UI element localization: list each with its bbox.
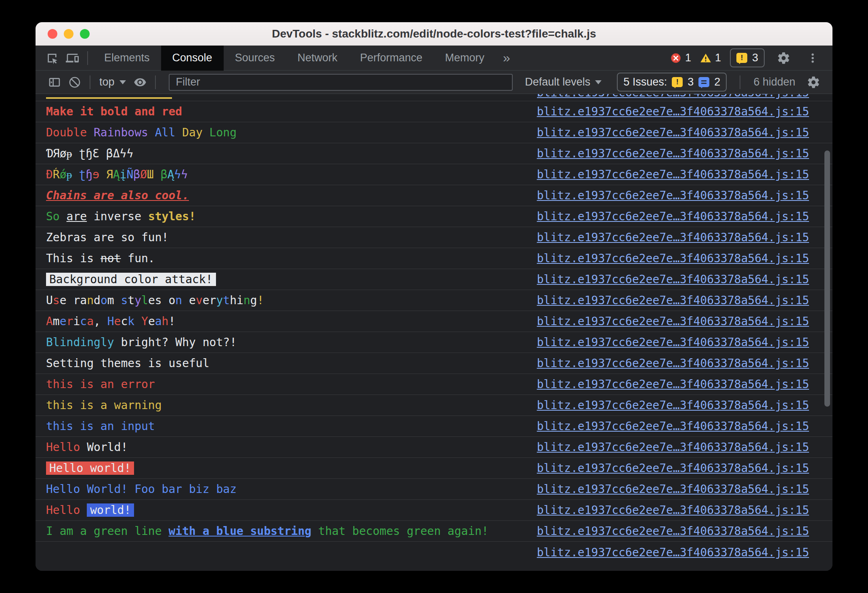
console-row: Chains are also cool.blitz.e1937cc6e2ee7… — [36, 185, 832, 206]
zoom-button[interactable] — [80, 29, 90, 39]
more-options-button[interactable] — [803, 48, 823, 68]
clipped-console-row: blitz.e1937cc6e2ee7e…3f4063378a564.js:15 — [36, 94, 832, 101]
toolbar-divider — [87, 51, 88, 65]
console-row: this is a warningblitz.e1937cc6e2ee7e…3f… — [36, 395, 832, 416]
console-message: Setting themes is useful — [46, 357, 537, 370]
console-settings-button[interactable] — [803, 72, 824, 92]
source-link[interactable]: blitz.e1937cc6e2ee7e…3f4063378a564.js:15 — [537, 378, 832, 391]
window-titlebar: DevTools - stackblitz.com/edit/node-colo… — [36, 22, 832, 46]
issues-summary[interactable]: 5 Issues: 3 2 — [617, 73, 727, 92]
console-row: I am a green line with a blue substring … — [36, 521, 832, 542]
source-link[interactable]: blitz.e1937cc6e2ee7e…3f4063378a564.js:15 — [537, 168, 832, 181]
device-toolbar-button[interactable] — [62, 48, 82, 68]
source-link[interactable]: blitz.e1937cc6e2ee7e…3f4063378a564.js:15 — [537, 231, 832, 244]
error-count-badge[interactable]: 1 — [670, 52, 691, 64]
console-message: Hello world! — [46, 503, 537, 517]
console-message: So are inverse styles! — [46, 210, 537, 223]
tab-sources[interactable]: Sources — [224, 46, 286, 71]
source-link[interactable]: blitz.e1937cc6e2ee7e…3f4063378a564.js:15 — [537, 524, 832, 538]
issues-count: 3 — [752, 52, 758, 64]
issues-blue-count: 2 — [714, 76, 720, 88]
inspect-element-button[interactable] — [42, 48, 62, 68]
issues-badge[interactable]: 3 — [730, 48, 765, 67]
gear-icon — [807, 75, 820, 89]
console-row: Zebras are so fun!blitz.e1937cc6e2ee7e…3… — [36, 227, 832, 248]
source-link[interactable]: blitz.e1937cc6e2ee7e…3f4063378a564.js:15 — [537, 94, 809, 100]
warning-icon — [700, 52, 711, 64]
toolbar-divider — [90, 75, 90, 89]
warning-count-badge[interactable]: 1 — [700, 52, 721, 64]
hidden-messages-label[interactable]: 6 hidden — [753, 76, 795, 88]
console-message: this is a warning — [46, 399, 537, 412]
toolbar-divider — [155, 75, 156, 89]
toolbar-divider — [740, 75, 740, 89]
console-message: ƉŔǿᵽ ʈɧɘ ЯĄįÑβØШ βĄϟϟ — [46, 168, 537, 181]
source-link[interactable]: blitz.e1937cc6e2ee7e…3f4063378a564.js:15 — [537, 210, 832, 223]
source-link[interactable]: blitz.e1937cc6e2ee7e…3f4063378a564.js:15 — [537, 420, 832, 433]
console-message: Use random styles on everything! — [46, 294, 537, 307]
source-link[interactable]: blitz.e1937cc6e2ee7e…3f4063378a564.js:15 — [537, 252, 832, 265]
gear-icon — [777, 51, 790, 65]
console-row: Hello world!blitz.e1937cc6e2ee7e…3f40633… — [36, 458, 832, 479]
issues-bubble-icon — [736, 53, 747, 63]
source-link[interactable]: blitz.e1937cc6e2ee7e…3f4063378a564.js:15 — [537, 105, 832, 118]
messages-bubble-icon — [698, 77, 709, 87]
vertical-scrollbar-thumb[interactable] — [824, 150, 830, 407]
tab-memory[interactable]: Memory — [434, 46, 496, 71]
log-levels-dropdown[interactable]: Default levels — [521, 76, 606, 88]
source-link[interactable]: blitz.e1937cc6e2ee7e…3f4063378a564.js:15 — [537, 147, 832, 160]
source-link[interactable]: blitz.e1937cc6e2ee7e…3f4063378a564.js:15 — [537, 189, 832, 202]
chevron-down-icon — [595, 80, 602, 84]
console-message: Chains are also cool. — [46, 189, 537, 202]
log-levels-label: Default levels — [525, 76, 590, 88]
console-row: Hello World! Foo bar biz bazblitz.e1937c… — [36, 479, 832, 500]
devtools-tabbar: Elements Console Sources Network Perform… — [36, 46, 832, 71]
source-link[interactable]: blitz.e1937cc6e2ee7e…3f4063378a564.js:15 — [537, 399, 832, 412]
eye-icon — [134, 76, 147, 89]
source-link[interactable]: blitz.e1937cc6e2ee7e…3f4063378a564.js:15 — [537, 503, 832, 517]
console-toolbar-right: 5 Issues: 3 2 6 hidden — [617, 72, 824, 92]
tab-network[interactable]: Network — [286, 46, 349, 71]
console-filter-input[interactable] — [169, 74, 513, 91]
tab-elements[interactable]: Elements — [93, 46, 161, 71]
close-button[interactable] — [48, 29, 57, 39]
source-link[interactable]: blitz.e1937cc6e2ee7e…3f4063378a564.js:15 — [537, 461, 832, 475]
console-message: I am a green line with a blue substring … — [46, 524, 537, 538]
console-row: this is an inputblitz.e1937cc6e2ee7e…3f4… — [36, 416, 832, 437]
tabbar-right-controls: 1 1 3 — [670, 48, 832, 68]
source-link[interactable]: blitz.e1937cc6e2ee7e…3f4063378a564.js:15 — [537, 273, 832, 286]
console-sidebar-button[interactable] — [44, 72, 65, 92]
inspect-icon — [46, 52, 59, 65]
source-link[interactable]: blitz.e1937cc6e2ee7e…3f4063378a564.js:15 — [537, 336, 832, 349]
error-count: 1 — [685, 52, 691, 64]
issues-summary-label: 5 Issues: — [623, 76, 667, 88]
clear-console-button[interactable] — [65, 72, 85, 92]
source-link[interactable]: blitz.e1937cc6e2ee7e…3f4063378a564.js:15 — [537, 482, 832, 496]
kebab-menu-icon — [807, 52, 819, 64]
tab-console[interactable]: Console — [161, 46, 224, 71]
source-link[interactable]: blitz.e1937cc6e2ee7e…3f4063378a564.js:15 — [537, 546, 832, 559]
console-messages-pane: blitz.e1937cc6e2ee7e…3f4063378a564.js:15… — [36, 94, 832, 571]
context-label: top — [99, 76, 115, 88]
console-message: this is an error — [46, 378, 537, 391]
settings-button[interactable] — [774, 48, 794, 68]
source-link[interactable]: blitz.e1937cc6e2ee7e…3f4063378a564.js:15 — [537, 441, 832, 454]
console-toolbar: top Default levels 5 Issues: 3 2 6 hidde… — [36, 71, 832, 94]
issues-bubble-icon — [672, 77, 683, 87]
more-tabs-button[interactable]: » — [496, 46, 518, 71]
minimize-button[interactable] — [64, 29, 73, 39]
console-row: Hello world!blitz.e1937cc6e2ee7e…3f40633… — [36, 500, 832, 521]
console-row: Double Rainbows All Day Longblitz.e1937c… — [36, 122, 832, 143]
console-row: Background color attack!blitz.e1937cc6e2… — [36, 269, 832, 290]
source-link[interactable]: blitz.e1937cc6e2ee7e…3f4063378a564.js:15 — [537, 126, 832, 139]
traffic-lights — [36, 29, 90, 39]
source-link[interactable]: blitz.e1937cc6e2ee7e…3f4063378a564.js:15 — [537, 294, 832, 307]
live-expression-button[interactable] — [130, 72, 150, 92]
source-link[interactable]: blitz.e1937cc6e2ee7e…3f4063378a564.js:15 — [537, 315, 832, 328]
console-row: America, Heck Yeah!blitz.e1937cc6e2ee7e…… — [36, 311, 832, 332]
tab-performance[interactable]: Performance — [349, 46, 434, 71]
console-row: ƊЯøᵽ ʈɧƐ βΔϟϟblitz.e1937cc6e2ee7e…3f4063… — [36, 143, 832, 164]
javascript-context-dropdown[interactable]: top — [95, 76, 130, 88]
source-link[interactable]: blitz.e1937cc6e2ee7e…3f4063378a564.js:15 — [537, 357, 832, 370]
console-row: Blindingly bright? Why not?!blitz.e1937c… — [36, 332, 832, 353]
